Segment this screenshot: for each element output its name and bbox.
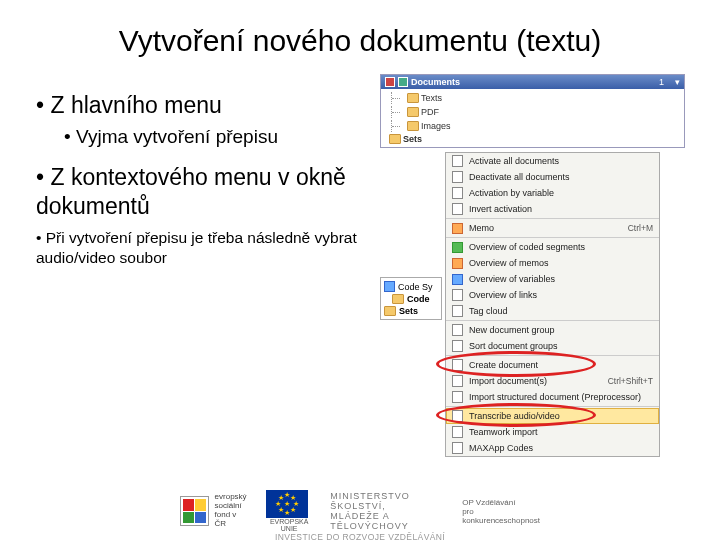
footer-caption: INVESTICE DO ROZVOJE VZDĚLÁVÁNÍ — [0, 532, 720, 540]
menu-item[interactable]: Create document — [446, 357, 659, 373]
bullet-1: • Z hlavního menu — [30, 92, 380, 119]
panel-count: 1 — [659, 77, 664, 87]
menu-item[interactable]: Activate all documents — [446, 153, 659, 169]
tree-item: PDF — [383, 105, 682, 119]
tree-item: Images — [383, 119, 682, 133]
panel-header: Documents 1 ▾ — [381, 75, 684, 89]
eu-logo: EVROPSKÁ UNIE — [266, 490, 312, 532]
menu-item[interactable]: Overview of variables — [446, 271, 659, 287]
context-menu: Activate all documentsDeactivate all doc… — [445, 152, 660, 457]
slide-title: Vytvoření nového dokumentu (textu) — [0, 0, 720, 74]
menu-item[interactable]: Overview of memos — [446, 255, 659, 271]
menu-item[interactable]: New document group — [446, 322, 659, 338]
panel-menu-icon: ▾ — [675, 77, 680, 87]
panel-title: Documents — [411, 77, 460, 87]
menu-item[interactable]: Import structured document (Preprocessor… — [446, 389, 659, 405]
footer-logos: evropský sociální fond v ČR EVROPSKÁ UNI… — [180, 490, 540, 532]
menu-item[interactable]: Activation by variable — [446, 185, 659, 201]
menu-item[interactable]: Sort document groups — [446, 338, 659, 354]
tree-item: Sets — [383, 133, 682, 145]
menu-item[interactable]: Transcribe audio/video — [446, 408, 659, 424]
menu-item[interactable]: MemoCtrl+M — [446, 220, 659, 236]
menu-item[interactable]: Invert activation — [446, 201, 659, 217]
documents-panel: Documents 1 ▾ Texts PDF Images Sets — [380, 74, 685, 148]
tree-body: Texts PDF Images Sets — [381, 89, 684, 147]
panel-icon-2 — [398, 77, 408, 87]
bullet-2: • Z kontextového menu v okně dokumentů — [30, 163, 380, 221]
msmt-logo: MINISTERSTVO ŠKOLSTVÍ, MLÁDEŽE A TĚLOVÝC… — [330, 491, 444, 531]
menu-item[interactable]: MAXApp Codes — [446, 440, 659, 456]
menu-item[interactable]: Tag cloud — [446, 303, 659, 319]
text-column: • Z hlavního menu • Vyjma vytvoření přep… — [30, 74, 380, 457]
menu-item[interactable]: Import document(s)Ctrl+Shift+T — [446, 373, 659, 389]
bullet-3: • Při vytvoření přepisu je třeba následn… — [36, 228, 380, 267]
tree-item: Texts — [383, 91, 682, 105]
opvk-logo: OP Vzdělávání pro konkurenceschopnost — [462, 498, 540, 525]
screenshot-column: Documents 1 ▾ Texts PDF Images Sets Acti… — [380, 74, 685, 457]
code-system-panel: Code Sy Code Sets — [380, 277, 442, 320]
menu-item[interactable]: Overview of coded segments — [446, 239, 659, 255]
menu-item[interactable]: Deactivate all documents — [446, 169, 659, 185]
panel-icon — [385, 77, 395, 87]
menu-item[interactable]: Overview of links — [446, 287, 659, 303]
bullet-1a: • Vyjma vytvoření přepisu — [64, 125, 380, 149]
esf-logo: evropský sociální fond v ČR — [180, 493, 248, 528]
menu-item[interactable]: Teamwork import — [446, 424, 659, 440]
